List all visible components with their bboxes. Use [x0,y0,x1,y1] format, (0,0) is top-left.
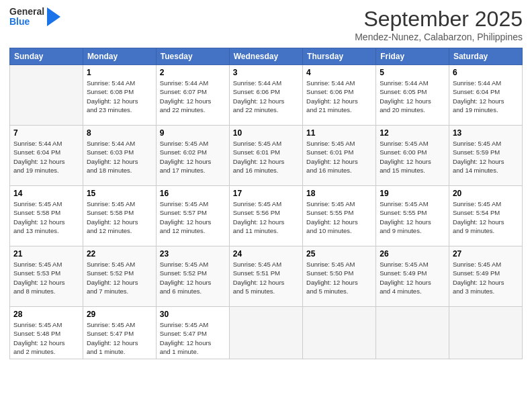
day-info: Sunrise: 5:44 AM Sunset: 6:04 PM Dayligh… [13,139,79,175]
day-number: 29 [87,310,152,319]
day-info: Sunrise: 5:45 AM Sunset: 5:52 PM Dayligh… [160,260,226,295]
day-number: 13 [453,128,519,138]
day-info: Sunrise: 5:45 AM Sunset: 6:02 PM Dayligh… [160,139,226,175]
day-number: 22 [87,249,152,259]
day-number: 24 [233,249,299,259]
day-number: 12 [380,128,445,138]
day-info: Sunrise: 5:45 AM Sunset: 5:47 PM Dayligh… [160,320,226,356]
table-row [376,307,449,359]
logo-blue: Blue [9,17,44,27]
table-row: 24Sunrise: 5:45 AM Sunset: 5:51 PM Dayli… [229,246,302,307]
col-wednesday: Wednesday [229,48,302,65]
day-info: Sunrise: 5:44 AM Sunset: 6:06 PM Dayligh… [306,79,372,114]
location: Mendez-Nunez, Calabarzon, Philippines [355,32,523,42]
day-info: Sunrise: 5:44 AM Sunset: 6:03 PM Dayligh… [87,139,152,175]
day-info: Sunrise: 5:45 AM Sunset: 6:00 PM Dayligh… [380,139,445,175]
col-saturday: Saturday [449,48,522,65]
table-row: 21Sunrise: 5:45 AM Sunset: 5:53 PM Dayli… [10,246,83,307]
header: General Blue September 2025 Mendez-Nunez… [9,7,523,42]
table-row [449,307,522,359]
table-row: 25Sunrise: 5:45 AM Sunset: 5:50 PM Dayli… [303,246,376,307]
table-row: 30Sunrise: 5:45 AM Sunset: 5:47 PM Dayli… [156,307,229,359]
day-info: Sunrise: 5:45 AM Sunset: 5:49 PM Dayligh… [453,260,519,295]
table-row: 8Sunrise: 5:44 AM Sunset: 6:03 PM Daylig… [83,126,156,186]
day-number: 15 [87,189,152,198]
table-row: 19Sunrise: 5:45 AM Sunset: 5:55 PM Dayli… [376,186,449,246]
calendar: Sunday Monday Tuesday Wednesday Thursday… [9,48,523,359]
table-row: 2Sunrise: 5:44 AM Sunset: 6:07 PM Daylig… [156,65,229,126]
table-row: 4Sunrise: 5:44 AM Sunset: 6:06 PM Daylig… [303,65,376,126]
month-title: September 2025 [355,7,523,32]
table-row [10,65,83,126]
col-friday: Friday [376,48,449,65]
day-info: Sunrise: 5:45 AM Sunset: 6:01 PM Dayligh… [233,139,299,175]
day-number: 30 [160,310,226,319]
day-info: Sunrise: 5:45 AM Sunset: 5:58 PM Dayligh… [87,199,152,235]
col-thursday: Thursday [303,48,376,65]
day-info: Sunrise: 5:45 AM Sunset: 5:57 PM Dayligh… [160,199,226,235]
day-number: 1 [87,68,152,77]
col-sunday: Sunday [10,48,83,65]
table-row: 26Sunrise: 5:45 AM Sunset: 5:49 PM Dayli… [376,246,449,307]
day-info: Sunrise: 5:44 AM Sunset: 6:04 PM Dayligh… [453,79,519,114]
day-number: 21 [13,249,79,259]
table-row: 7Sunrise: 5:44 AM Sunset: 6:04 PM Daylig… [10,126,83,186]
table-row: 10Sunrise: 5:45 AM Sunset: 6:01 PM Dayli… [229,126,302,186]
table-row: 5Sunrise: 5:44 AM Sunset: 6:05 PM Daylig… [376,65,449,126]
day-number: 11 [306,128,372,138]
day-info: Sunrise: 5:45 AM Sunset: 5:59 PM Dayligh… [453,139,519,175]
day-info: Sunrise: 5:44 AM Sunset: 6:06 PM Dayligh… [233,79,299,114]
logo-triangle-icon [47,7,60,26]
day-number: 18 [306,189,372,198]
day-number: 10 [233,128,299,138]
day-number: 16 [160,189,226,198]
calendar-header-row: Sunday Monday Tuesday Wednesday Thursday… [10,48,523,65]
logo: General Blue [9,7,60,28]
table-row: 28Sunrise: 5:45 AM Sunset: 5:48 PM Dayli… [10,307,83,359]
day-number: 25 [306,249,372,259]
day-info: Sunrise: 5:45 AM Sunset: 5:55 PM Dayligh… [380,199,445,235]
day-number: 9 [160,128,226,138]
day-number: 28 [13,310,79,319]
day-info: Sunrise: 5:45 AM Sunset: 5:52 PM Dayligh… [87,260,152,295]
day-info: Sunrise: 5:45 AM Sunset: 5:51 PM Dayligh… [233,260,299,295]
col-tuesday: Tuesday [156,48,229,65]
day-number: 26 [380,249,445,259]
table-row: 18Sunrise: 5:45 AM Sunset: 5:55 PM Dayli… [303,186,376,246]
table-row: 14Sunrise: 5:45 AM Sunset: 5:58 PM Dayli… [10,186,83,246]
table-row: 20Sunrise: 5:45 AM Sunset: 5:54 PM Dayli… [449,186,522,246]
svg-marker-0 [47,7,60,26]
day-number: 2 [160,68,226,77]
day-number: 5 [380,68,445,77]
table-row: 11Sunrise: 5:45 AM Sunset: 6:01 PM Dayli… [303,126,376,186]
day-number: 8 [87,128,152,138]
table-row: 13Sunrise: 5:45 AM Sunset: 5:59 PM Dayli… [449,126,522,186]
table-row [229,307,302,359]
table-row: 3Sunrise: 5:44 AM Sunset: 6:06 PM Daylig… [229,65,302,126]
logo-general: General [9,7,44,17]
table-row: 22Sunrise: 5:45 AM Sunset: 5:52 PM Dayli… [83,246,156,307]
day-info: Sunrise: 5:44 AM Sunset: 6:05 PM Dayligh… [380,79,445,114]
table-row: 27Sunrise: 5:45 AM Sunset: 5:49 PM Dayli… [449,246,522,307]
table-row: 29Sunrise: 5:45 AM Sunset: 5:47 PM Dayli… [83,307,156,359]
table-row: 12Sunrise: 5:45 AM Sunset: 6:00 PM Dayli… [376,126,449,186]
table-row: 15Sunrise: 5:45 AM Sunset: 5:58 PM Dayli… [83,186,156,246]
day-number: 17 [233,189,299,198]
day-info: Sunrise: 5:45 AM Sunset: 5:58 PM Dayligh… [13,199,79,235]
day-info: Sunrise: 5:44 AM Sunset: 6:08 PM Dayligh… [87,79,152,114]
title-block: September 2025 Mendez-Nunez, Calabarzon,… [355,7,523,42]
day-number: 4 [306,68,372,77]
day-number: 19 [380,189,445,198]
table-row: 17Sunrise: 5:45 AM Sunset: 5:56 PM Dayli… [229,186,302,246]
day-number: 23 [160,249,226,259]
day-info: Sunrise: 5:45 AM Sunset: 5:55 PM Dayligh… [306,199,372,235]
day-number: 3 [233,68,299,77]
day-info: Sunrise: 5:45 AM Sunset: 5:47 PM Dayligh… [87,320,152,356]
col-monday: Monday [83,48,156,65]
table-row: 1Sunrise: 5:44 AM Sunset: 6:08 PM Daylig… [83,65,156,126]
table-row: 9Sunrise: 5:45 AM Sunset: 6:02 PM Daylig… [156,126,229,186]
table-row: 16Sunrise: 5:45 AM Sunset: 5:57 PM Dayli… [156,186,229,246]
day-info: Sunrise: 5:45 AM Sunset: 5:54 PM Dayligh… [453,199,519,235]
day-number: 7 [13,128,79,138]
table-row: 6Sunrise: 5:44 AM Sunset: 6:04 PM Daylig… [449,65,522,126]
